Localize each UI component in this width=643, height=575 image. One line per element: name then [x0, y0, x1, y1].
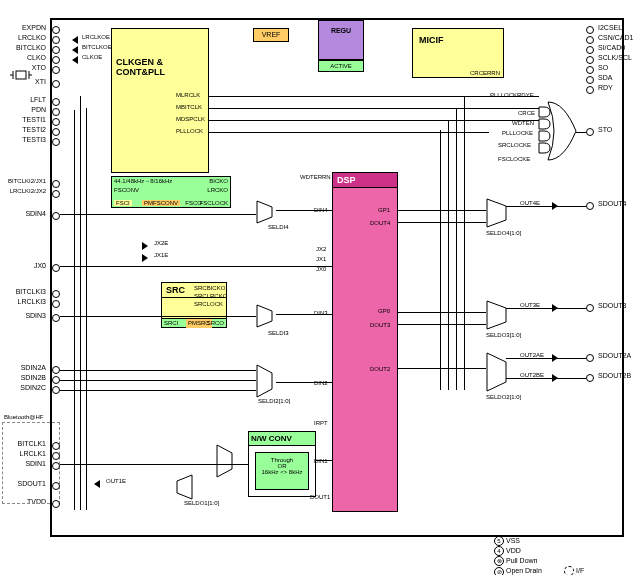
vref-label: VREF: [262, 31, 281, 38]
srci: SRCI: [164, 319, 178, 328]
pad: [586, 202, 594, 210]
wire: [316, 460, 332, 461]
pin-sdin3: SDIN3: [0, 312, 46, 319]
pin-sdout2b: SDOUT2B: [598, 372, 631, 379]
regu-title: REGU: [319, 21, 363, 34]
irpt: IRPT: [314, 420, 328, 426]
wire: [464, 96, 465, 390]
pad: [52, 98, 60, 106]
plllockrdye: PLLLOCKRDYE: [490, 92, 534, 98]
mux-icon: [486, 300, 512, 330]
svg-rect-0: [16, 71, 26, 79]
wire: [86, 108, 87, 510]
mux-icon: [176, 474, 196, 500]
mlrclk: MLRCLK: [176, 92, 200, 98]
pin-testi2: TESTI2: [0, 126, 46, 133]
and-gate-icon: [538, 142, 552, 154]
pin-i2csel: I2CSEL: [598, 24, 622, 31]
wire: [60, 316, 256, 317]
pin-expdn: EXPDN: [0, 24, 46, 31]
pad: [52, 314, 60, 322]
legend-vdd: VDD: [506, 547, 521, 554]
block-regu: REGU: [318, 20, 364, 60]
wire: [398, 312, 486, 313]
pad: [52, 212, 60, 220]
legend: 5VSS 4VDD ⊗Pull Down ⊘Open Drain I/F lev…: [494, 536, 542, 575]
out1e: OUT1E: [106, 478, 126, 484]
pin-rdy: RDY: [598, 84, 613, 91]
pad: [52, 482, 60, 490]
pad: [52, 300, 60, 308]
buffer-icon: [72, 56, 78, 64]
mux-icon: [486, 198, 512, 228]
seldo4: SELDO4[1:0]: [486, 230, 521, 236]
seldo1: SELDO1[1:0]: [184, 500, 219, 506]
seldi2: SELDI2[1:0]: [258, 398, 290, 404]
wire: [80, 96, 81, 510]
dsp-title: DSP: [333, 173, 397, 188]
legend-pd: Pull Down: [506, 557, 538, 564]
pin-clko: CLKO: [0, 54, 46, 61]
or-gate-icon: [546, 100, 586, 162]
mux-icon: [216, 444, 236, 478]
pin-testi3: TESTI3: [0, 136, 46, 143]
gp1: GP1: [378, 207, 390, 213]
pad: [586, 304, 594, 312]
pin-sdin2a: SDIN2A: [0, 364, 46, 371]
pin-sda: SDA: [598, 74, 612, 81]
mbitclk: MBITCLK: [176, 104, 202, 110]
pad: [52, 36, 60, 44]
din1: DIN1: [314, 458, 328, 464]
pmfsconv: PMFSCONV: [142, 200, 180, 206]
wire: [456, 108, 457, 390]
clkgen-title: CLKGEN & CONT&PLL: [112, 29, 208, 77]
lrclkoe: LRCLKOE: [82, 34, 110, 40]
pin-jx0: JX0: [0, 262, 46, 269]
pad: [52, 264, 60, 272]
block-micif: MICIF CRCERRN: [412, 28, 504, 78]
pad: [52, 500, 60, 508]
wire: [506, 358, 586, 359]
pad: [52, 462, 60, 470]
wire: [276, 210, 332, 211]
and-gate-icon: [538, 118, 552, 130]
pad: [586, 36, 594, 44]
and-gate-icon: [538, 130, 552, 142]
lrcko: LRCKO: [207, 187, 228, 193]
jx1e: JX1E: [154, 252, 168, 258]
pad: [52, 66, 60, 74]
regu-active: ACTIVE: [318, 60, 364, 72]
pad: [586, 46, 594, 54]
wire: [276, 382, 332, 383]
pin-lrclko: LRCLKO: [0, 34, 46, 41]
buffer-icon: [72, 36, 78, 44]
wire: [440, 130, 441, 390]
pad: [52, 138, 60, 146]
pin-lrclki3: LRCLKI3: [0, 298, 46, 305]
srclock: SRCLOCK: [194, 300, 227, 308]
bicko: BICKO: [209, 178, 228, 184]
mux-icon: [256, 364, 276, 398]
pad: [52, 376, 60, 384]
legend-circle-icon: ⊗: [494, 556, 504, 566]
mdspclk: MDSPCLK: [176, 116, 205, 122]
buffer-icon: [94, 480, 100, 488]
pin-sclk: SCLK/SCL: [598, 54, 632, 61]
crystal-icon: [10, 64, 32, 86]
pin-bthf: Bluetooth@HF: [4, 414, 43, 420]
pad: [586, 86, 594, 94]
fsclocke: FSCLOCKE: [498, 156, 530, 162]
srco: SRCO: [207, 319, 224, 328]
pin-sdout4: SDOUT4: [598, 200, 626, 207]
legend-circle-icon: 4: [494, 546, 504, 556]
wire: [576, 132, 586, 133]
dout3: DOUT3: [370, 322, 390, 328]
pad: [586, 66, 594, 74]
wire: [506, 378, 586, 379]
pin-testi1: TESTI1: [0, 116, 46, 123]
pin-sdout3: SDOUT3: [598, 302, 626, 309]
wire: [506, 206, 586, 207]
wire: [209, 120, 539, 121]
srclrcko: SRCLRCKO: [194, 292, 227, 300]
dout2: DOUT2: [370, 366, 390, 372]
